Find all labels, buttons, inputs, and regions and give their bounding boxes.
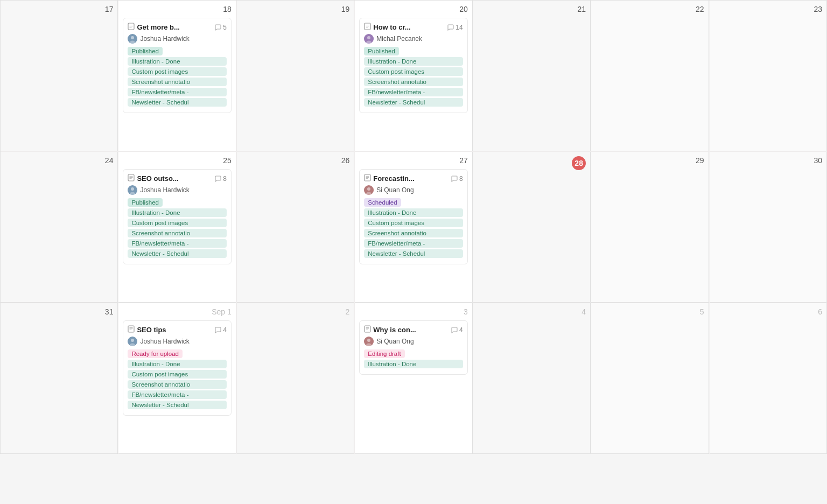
author-name: Joshua Hardwick [140, 338, 189, 345]
status-badge: Editing draft [364, 349, 404, 358]
date-number: 27 [359, 156, 467, 165]
post-title[interactable]: Forecastin... [373, 174, 415, 183]
tag-item: Newsletter - Schedul [364, 98, 462, 107]
tag-item: Illustration - Done [128, 57, 226, 66]
date-number: 3 [359, 307, 467, 316]
author-name: Si Quan Ong [376, 338, 414, 345]
date-number: 30 [714, 156, 822, 165]
tag-item: Custom post images [128, 370, 226, 379]
comment-count: 4 [451, 326, 463, 334]
calendar-cell: 6 [710, 303, 827, 454]
tag-item: Illustration - Done [364, 57, 462, 66]
calendar-cell: 22 [591, 1, 709, 151]
post-card[interactable]: SEO outso... 8Joshua HardwickPublishedIl… [123, 169, 231, 264]
date-number: 22 [595, 5, 704, 13]
status-badge: Published [364, 47, 399, 55]
calendar-cell: 27Forecastin... 8Si Quan OngScheduledIll… [355, 152, 472, 303]
tag-item: Screenshot annotatio [364, 229, 462, 237]
tag-item: Illustration - Done [364, 208, 462, 217]
date-number: 4 [478, 307, 586, 316]
tag-item: Newsletter - Schedul [364, 249, 462, 258]
calendar-cell: 20How to cr... 14Michal PecanekPublished… [355, 1, 472, 151]
comment-count: 14 [447, 24, 462, 31]
post-card[interactable]: SEO tips 4Joshua HardwickReady for uploa… [123, 320, 231, 416]
tag-item: Screenshot annotatio [128, 229, 226, 237]
tag-item: Illustration - Done [128, 360, 226, 368]
post-title[interactable]: Why is con... [373, 326, 416, 334]
post-title-row: SEO outso... [128, 174, 178, 183]
calendar-cell: 3Why is con... 4Si Quan OngEditing draft… [355, 303, 472, 454]
tag-item: Custom post images [128, 219, 226, 227]
tag-item: Screenshot annotatio [364, 78, 462, 86]
post-title[interactable]: Get more b... [137, 23, 179, 31]
svg-point-33 [131, 339, 134, 342]
avatar [128, 185, 137, 195]
document-icon [364, 174, 371, 183]
post-header: Forecastin... 8 [364, 174, 462, 183]
calendar-cell: 21 [473, 1, 591, 151]
date-number: 20 [359, 5, 467, 13]
svg-point-12 [367, 36, 370, 39]
author-row: Joshua Hardwick [128, 34, 226, 44]
post-card[interactable]: Forecastin... 8Si Quan OngScheduledIllus… [359, 169, 467, 264]
document-icon [364, 23, 371, 32]
post-header: Why is con... 4 [364, 325, 462, 334]
calendar-cell: 4 [473, 303, 591, 454]
document-icon [364, 325, 371, 334]
comment-count: 8 [215, 175, 227, 183]
date-number: 24 [5, 156, 113, 165]
calendar-cell: 5 [591, 303, 709, 454]
status-badge: Published [128, 47, 163, 55]
tag-item: Illustration - Done [364, 360, 462, 368]
avatar [128, 337, 137, 346]
post-header: SEO outso... 8 [128, 174, 226, 183]
comment-count: 8 [451, 175, 463, 183]
tag-item: FB/newsletter/meta - [128, 390, 226, 399]
status-badge: Scheduled [364, 198, 401, 207]
calendar-cell: Sep 1SEO tips 4Joshua HardwickReady for … [118, 303, 236, 454]
tag-item: Custom post images [364, 67, 462, 76]
tag-item: Screenshot annotatio [128, 380, 226, 389]
date-number: 6 [714, 307, 822, 316]
tags-list: Illustration - DoneCustom post imagesScr… [364, 57, 462, 108]
post-title[interactable]: How to cr... [373, 23, 410, 31]
post-title-row: Forecastin... [364, 174, 415, 183]
calendar-cell: 26 [237, 152, 354, 303]
calendar-grid: 1718Get more b... 5Joshua HardwickPublis… [0, 0, 827, 454]
post-header: Get more b... 5 [128, 23, 226, 32]
avatar [364, 337, 374, 346]
calendar-cell: 30 [710, 152, 827, 303]
calendar-cell: 2 [237, 303, 354, 454]
date-number: Sep 1 [123, 307, 231, 316]
post-header: How to cr... 14 [364, 23, 462, 32]
calendar-cell: 19 [237, 1, 354, 151]
tags-list: Illustration - Done [364, 360, 462, 370]
today-badge: 28 [572, 156, 586, 170]
post-header: SEO tips 4 [128, 325, 226, 334]
date-number: 5 [595, 307, 704, 316]
status-badge: Ready for upload [128, 349, 183, 358]
post-card[interactable]: Get more b... 5Joshua HardwickPublishedI… [123, 18, 231, 113]
post-title[interactable]: SEO tips [137, 326, 166, 334]
post-title[interactable]: SEO outso... [137, 174, 178, 183]
date-number: 23 [714, 5, 822, 13]
tag-item: Screenshot annotatio [128, 78, 226, 86]
date-number: 19 [241, 5, 349, 13]
post-card[interactable]: How to cr... 14Michal PecanekPublishedIl… [359, 18, 467, 113]
post-title-row: How to cr... [364, 23, 410, 32]
calendar-cell: 28 [473, 152, 591, 303]
document-icon [128, 174, 135, 183]
calendar-cell: 23 [710, 1, 827, 151]
author-name: Si Quan Ong [376, 186, 414, 194]
calendar-cell: 17 [1, 1, 118, 151]
post-card[interactable]: Why is con... 4Si Quan OngEditing draftI… [359, 320, 467, 375]
author-name: Michal Pecanek [376, 35, 422, 43]
tag-item: FB/newsletter/meta - [128, 239, 226, 248]
date-number: 26 [241, 156, 349, 165]
calendar-cell: 18Get more b... 5Joshua HardwickPublishe… [118, 1, 236, 151]
svg-point-40 [367, 339, 370, 342]
status-badge: Published [128, 198, 163, 207]
author-row: Si Quan Ong [364, 185, 462, 195]
date-number: 29 [595, 156, 704, 165]
tag-item: FB/newsletter/meta - [364, 88, 462, 96]
